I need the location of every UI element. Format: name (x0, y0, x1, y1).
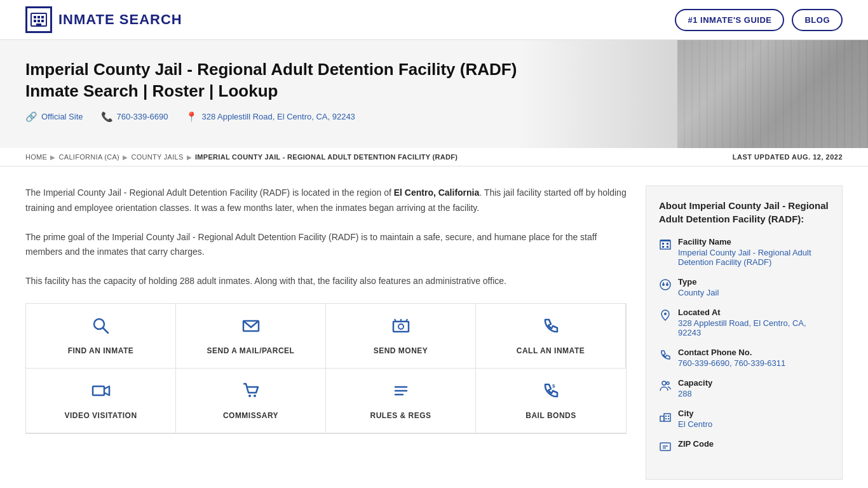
svg-rect-39 (665, 416, 667, 417)
svg-rect-24 (662, 243, 664, 245)
video-visitation-label: VIDEO VISITATION (64, 411, 137, 420)
send-mail-label: SEND A MAIL/PARCEL (207, 346, 295, 355)
capacity-icon (659, 379, 672, 395)
svg-rect-1 (34, 16, 36, 18)
link-icon: 🔗 (25, 111, 37, 123)
capacity-label: Capacity (678, 378, 712, 388)
action-rules[interactable]: RULES & REGS (326, 369, 476, 433)
send-money-label: SEND MONEY (374, 346, 428, 355)
svg-rect-4 (34, 20, 36, 22)
money-icon (391, 316, 410, 340)
action-bail-bonds[interactable]: $ BAIL BONDS (476, 369, 626, 433)
city-label: City (678, 409, 712, 418)
hero-meta: 🔗 Official Site 📞 760-339-6690 📍 328 App… (25, 111, 843, 123)
svg-rect-38 (664, 414, 670, 421)
guide-button[interactable]: #1 INMATE'S GUIDE (675, 9, 784, 31)
blog-button[interactable]: BLOG (792, 9, 843, 31)
svg-rect-23 (660, 241, 670, 249)
find-inmate-label: FIND AN INMATE (68, 346, 134, 355)
body-paragraph-2: The prime goal of the Imperial County Ja… (25, 230, 627, 261)
breadcrumb-sep-2: ▶ (123, 154, 128, 161)
about-location: Located At 328 Applestill Road, El Centr… (659, 308, 829, 337)
address-display: 📍 328 Applestill Road, El Centro, CA, 92… (186, 111, 355, 123)
about-phone: Contact Phone No. 760-339-6690, 760-339-… (659, 348, 829, 368)
about-title: About Imperial County Jail - Regional Ad… (659, 199, 829, 226)
about-zip: ZIP Code (659, 439, 829, 456)
type-content: Type County Jail (678, 277, 719, 297)
call-inmate-label: CALL AN INMATE (517, 346, 585, 355)
breadcrumb-california[interactable]: CALIFORNIA (CA) (59, 153, 120, 161)
svg-rect-25 (667, 243, 668, 245)
official-site-label: Official Site (41, 112, 83, 121)
phone-label: Contact Phone No. (678, 348, 785, 357)
breadcrumb: HOME ▶ CALIFORNIA (CA) ▶ COUNTY JAILS ▶ … (25, 153, 458, 161)
location-content: Located At 328 Applestill Road, El Centr… (678, 308, 829, 337)
svg-point-35 (662, 381, 666, 385)
about-box: About Imperial County Jail - Regional Ad… (646, 186, 843, 480)
breadcrumb-bar: HOME ▶ CALIFORNIA (CA) ▶ COUNTY JAILS ▶ … (0, 148, 868, 166)
address-text: 328 Applestill Road, El Centro, CA, 9224… (201, 112, 355, 121)
logo-area: INMATE SEARCH (25, 6, 182, 33)
svg-point-29 (660, 280, 670, 290)
breadcrumb-home[interactable]: HOME (25, 153, 47, 161)
svg-rect-41 (665, 418, 667, 419)
bail-bonds-label: BAIL BONDS (526, 411, 576, 420)
city-content: City El Centro (678, 409, 712, 429)
main-content: The Imperial County Jail - Regional Adul… (0, 166, 868, 488)
main-left: The Imperial County Jail - Regional Adul… (25, 186, 627, 480)
svg-text:$: $ (552, 383, 555, 389)
action-send-mail[interactable]: SEND A MAIL/PARCEL (176, 304, 326, 369)
last-updated-badge: LAST UPDATED AUG. 12, 2022 (733, 153, 843, 161)
body-paragraph-3: This facility has the capacity of holdin… (25, 274, 627, 289)
svg-rect-37 (660, 416, 664, 421)
header-nav: #1 INMATE'S GUIDE BLOG (675, 9, 843, 31)
body-paragraph-1: The Imperial County Jail - Regional Adul… (25, 186, 627, 216)
phone-call-icon (541, 316, 560, 340)
svg-rect-7 (36, 24, 41, 26)
phone-number: 760-339-6690 (117, 112, 168, 121)
type-value: County Jail (678, 288, 719, 297)
phone-link[interactable]: 📞 760-339-6690 (101, 111, 168, 123)
breadcrumb-sep-3: ▶ (187, 154, 192, 161)
breadcrumb-sep-1: ▶ (50, 154, 55, 161)
logo-icon (25, 6, 52, 33)
svg-rect-42 (668, 418, 669, 419)
svg-rect-26 (662, 246, 664, 248)
bold-location: El Centro, California (394, 187, 480, 198)
phone-value: 760-339-6690, 760-339-6311 (678, 358, 785, 368)
type-label: Type (678, 277, 719, 287)
action-send-money[interactable]: SEND MONEY (326, 304, 476, 369)
city-value: El Centro (678, 419, 712, 429)
svg-rect-28 (660, 240, 670, 241)
bail-icon: $ (541, 381, 560, 405)
action-call-inmate[interactable]: CALL AN INMATE (476, 304, 626, 369)
svg-rect-16 (93, 386, 104, 395)
capacity-value: 288 (678, 389, 712, 398)
svg-point-30 (662, 283, 665, 286)
svg-rect-3 (41, 16, 44, 18)
location-value: 328 Applestill Road, El Centro, CA, 9224… (678, 318, 829, 337)
type-icon (659, 278, 672, 294)
svg-rect-2 (37, 16, 40, 18)
svg-point-12 (398, 324, 403, 329)
breadcrumb-county-jails[interactable]: COUNTY JAILS (131, 153, 183, 161)
phone-icon: 📞 (101, 111, 113, 123)
facility-name-value: Imperial County Jail - Regional Adult De… (678, 248, 829, 267)
official-site-link[interactable]: 🔗 Official Site (25, 111, 83, 123)
site-header: INMATE SEARCH #1 INMATE'S GUIDE BLOG (0, 0, 868, 40)
breadcrumb-current: IMPERIAL COUNTY JAIL - REGIONAL ADULT DE… (195, 153, 458, 161)
action-video-visitation[interactable]: VIDEO VISITATION (26, 369, 176, 433)
hero-background-image (677, 40, 868, 148)
action-find-inmate[interactable]: FIND AN INMATE (26, 304, 176, 369)
action-commissary[interactable]: COMMISSARY (176, 369, 326, 433)
mail-icon (241, 316, 261, 340)
location-icon: 📍 (186, 111, 198, 123)
capacity-content: Capacity 288 (678, 378, 712, 398)
svg-point-36 (667, 382, 669, 384)
location-label: Located At (678, 308, 829, 317)
about-city: City El Centro (659, 409, 829, 429)
about-type: Type County Jail (659, 277, 829, 297)
svg-rect-6 (41, 20, 44, 22)
contact-phone-icon (659, 349, 672, 365)
action-grid: FIND AN INMATE SEND A MAIL/PARCEL (25, 303, 627, 434)
